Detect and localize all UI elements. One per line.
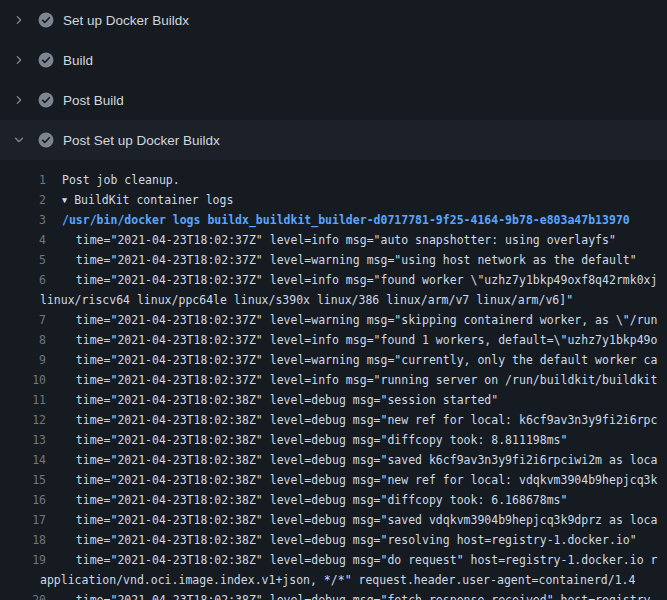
log-line: 5 time="2021-04-23T18:02:37Z" level=warn… bbox=[0, 250, 667, 270]
log-line: 10 time="2021-04-23T18:02:37Z" level=inf… bbox=[0, 370, 667, 390]
check-circle-icon bbox=[38, 12, 54, 28]
line-number[interactable]: 18 bbox=[0, 530, 46, 550]
log-text: time="2021-04-23T18:02:38Z" level=debug … bbox=[62, 590, 651, 600]
line-number[interactable]: 6 bbox=[0, 270, 46, 290]
log-line: 14 time="2021-04-23T18:02:38Z" level=deb… bbox=[0, 450, 667, 470]
log-line-body: Post job cleanup. bbox=[46, 170, 180, 190]
section-header-build[interactable]: Build bbox=[0, 40, 667, 80]
log-text: Post job cleanup. bbox=[62, 170, 180, 190]
log-text: time="2021-04-23T18:02:37Z" level=info m… bbox=[62, 330, 657, 350]
log-text: time="2021-04-23T18:02:37Z" level=warnin… bbox=[62, 310, 657, 330]
log-line-body: time="2021-04-23T18:02:37Z" level=info m… bbox=[46, 370, 657, 390]
line-number[interactable] bbox=[0, 290, 24, 310]
log-line: 17 time="2021-04-23T18:02:38Z" level=deb… bbox=[0, 510, 667, 530]
log-text: time="2021-04-23T18:02:37Z" level=warnin… bbox=[62, 350, 657, 370]
log-line-body: time="2021-04-23T18:02:38Z" level=debug … bbox=[46, 490, 567, 510]
actions-log-viewer: Set up Docker Buildx Build P bbox=[0, 0, 667, 600]
check-circle-icon bbox=[38, 92, 54, 108]
log-line: 13 time="2021-04-23T18:02:38Z" level=deb… bbox=[0, 430, 667, 450]
log-text: /usr/bin/docker logs buildx_buildkit_bui… bbox=[62, 210, 630, 230]
line-number[interactable]: 15 bbox=[0, 470, 46, 490]
log-line: 3 /usr/bin/docker logs buildx_buildkit_b… bbox=[0, 210, 667, 230]
line-number[interactable]: 4 bbox=[0, 230, 46, 250]
line-number[interactable]: 20 bbox=[0, 590, 46, 600]
line-number[interactable]: 1 bbox=[0, 170, 46, 190]
line-number[interactable]: 7 bbox=[0, 310, 46, 330]
log-line: 2 ▼ BuildKit container logs bbox=[0, 190, 667, 210]
line-number[interactable]: 13 bbox=[0, 430, 46, 450]
log-text: time="2021-04-23T18:02:37Z" level=info m… bbox=[62, 270, 657, 290]
log-line: 19 time="2021-04-23T18:02:38Z" level=deb… bbox=[0, 550, 667, 570]
log-text: time="2021-04-23T18:02:37Z" level=info m… bbox=[62, 230, 616, 250]
chevron-icon bbox=[13, 54, 25, 66]
log-line: 9 time="2021-04-23T18:02:37Z" level=warn… bbox=[0, 350, 667, 370]
line-number[interactable]: 3 bbox=[0, 210, 46, 230]
chevron-icon bbox=[13, 134, 25, 146]
group-toggle-icon[interactable]: ▼ bbox=[62, 190, 67, 210]
chevron-icon bbox=[13, 14, 25, 26]
log-text: BuildKit container logs bbox=[74, 190, 233, 210]
line-number[interactable] bbox=[0, 570, 24, 590]
log-line-body: time="2021-04-23T18:02:38Z" level=debug … bbox=[46, 450, 657, 470]
log-text: time="2021-04-23T18:02:38Z" level=debug … bbox=[62, 430, 567, 450]
log-line-body: time="2021-04-23T18:02:38Z" level=debug … bbox=[46, 470, 657, 490]
line-number[interactable]: 8 bbox=[0, 330, 46, 350]
log-line-body: application/vnd.oci.image.index.v1+json,… bbox=[24, 570, 635, 590]
log-line-body: ▼ BuildKit container logs bbox=[46, 190, 233, 210]
log-line: 4 time="2021-04-23T18:02:37Z" level=info… bbox=[0, 230, 667, 250]
log-line-body: time="2021-04-23T18:02:38Z" level=debug … bbox=[46, 550, 657, 570]
log-line-body: time="2021-04-23T18:02:38Z" level=debug … bbox=[46, 430, 567, 450]
section-title: Build bbox=[63, 53, 93, 68]
section-header-post-set-up-docker-buildx[interactable]: Post Set up Docker Buildx bbox=[0, 120, 667, 160]
line-number[interactable]: 19 bbox=[0, 550, 46, 570]
log-line-body: time="2021-04-23T18:02:38Z" level=debug … bbox=[46, 390, 498, 410]
log-line: 15 time="2021-04-23T18:02:38Z" level=deb… bbox=[0, 470, 667, 490]
log-text: time="2021-04-23T18:02:37Z" level=info m… bbox=[62, 370, 657, 390]
log-text: linux/riscv64 linux/ppc64le linux/s390x … bbox=[40, 290, 573, 310]
line-number[interactable]: 9 bbox=[0, 350, 46, 370]
check-circle-icon bbox=[38, 132, 54, 148]
log-line-body: time="2021-04-23T18:02:37Z" level=warnin… bbox=[46, 310, 657, 330]
log-text: time="2021-04-23T18:02:38Z" level=debug … bbox=[62, 410, 657, 430]
log-line-body: time="2021-04-23T18:02:37Z" level=warnin… bbox=[46, 250, 637, 270]
section-title: Post Set up Docker Buildx bbox=[63, 133, 220, 148]
log-text: time="2021-04-23T18:02:38Z" level=debug … bbox=[62, 470, 657, 490]
log-line: 6 time="2021-04-23T18:02:37Z" level=info… bbox=[0, 270, 667, 290]
line-number[interactable]: 5 bbox=[0, 250, 46, 270]
log-line-body: time="2021-04-23T18:02:38Z" level=debug … bbox=[46, 590, 651, 600]
line-number[interactable]: 11 bbox=[0, 390, 46, 410]
log-line-body: time="2021-04-23T18:02:37Z" level=info m… bbox=[46, 230, 616, 250]
check-circle-icon bbox=[38, 52, 54, 68]
log-text: application/vnd.oci.image.index.v1+json,… bbox=[40, 570, 635, 590]
log-line: 11 time="2021-04-23T18:02:38Z" level=deb… bbox=[0, 390, 667, 410]
log-line-body: time="2021-04-23T18:02:37Z" level=warnin… bbox=[46, 350, 657, 370]
log-line: 1 Post job cleanup. bbox=[0, 170, 667, 190]
log-text: time="2021-04-23T18:02:38Z" level=debug … bbox=[62, 450, 657, 470]
line-number[interactable]: 14 bbox=[0, 450, 46, 470]
log-text: time="2021-04-23T18:02:38Z" level=debug … bbox=[62, 550, 657, 570]
log-line: 18 time="2021-04-23T18:02:38Z" level=deb… bbox=[0, 530, 667, 550]
line-number[interactable]: 2 bbox=[0, 190, 46, 210]
log-content: 1 Post job cleanup. 2 ▼ BuildKit contain… bbox=[0, 160, 667, 600]
log-line: linux/riscv64 linux/ppc64le linux/s390x … bbox=[0, 290, 667, 310]
section-title: Set up Docker Buildx bbox=[63, 13, 189, 28]
log-text: time="2021-04-23T18:02:38Z" level=debug … bbox=[62, 390, 498, 410]
chevron-icon bbox=[13, 94, 25, 106]
log-line-body: linux/riscv64 linux/ppc64le linux/s390x … bbox=[24, 290, 573, 310]
log-line: application/vnd.oci.image.index.v1+json,… bbox=[0, 570, 667, 590]
log-line-body: /usr/bin/docker logs buildx_buildkit_bui… bbox=[46, 210, 630, 230]
log-line: 12 time="2021-04-23T18:02:38Z" level=deb… bbox=[0, 410, 667, 430]
log-text: time="2021-04-23T18:02:38Z" level=debug … bbox=[62, 510, 657, 530]
line-number[interactable]: 16 bbox=[0, 490, 46, 510]
line-number[interactable]: 10 bbox=[0, 370, 46, 390]
log-text: time="2021-04-23T18:02:37Z" level=warnin… bbox=[62, 250, 637, 270]
section-header-post-build[interactable]: Post Build bbox=[0, 80, 667, 120]
log-text: time="2021-04-23T18:02:38Z" level=debug … bbox=[62, 490, 567, 510]
log-line: 16 time="2021-04-23T18:02:38Z" level=deb… bbox=[0, 490, 667, 510]
log-line-body: time="2021-04-23T18:02:38Z" level=debug … bbox=[46, 510, 657, 530]
line-number[interactable]: 17 bbox=[0, 510, 46, 530]
section-title: Post Build bbox=[63, 93, 124, 108]
section-header-set-up-docker-buildx[interactable]: Set up Docker Buildx bbox=[0, 0, 667, 40]
log-text: time="2021-04-23T18:02:38Z" level=debug … bbox=[62, 530, 637, 550]
line-number[interactable]: 12 bbox=[0, 410, 46, 430]
